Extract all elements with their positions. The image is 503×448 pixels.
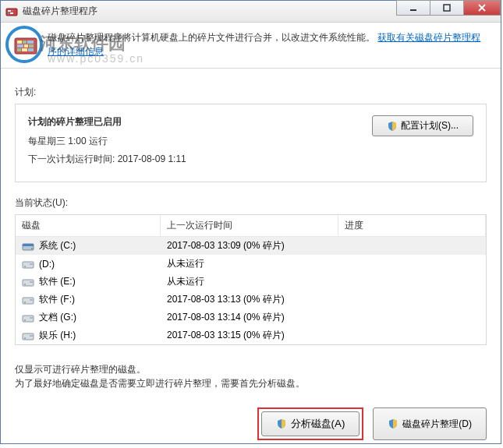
lastrun-cell: 2017-08-03 13:13 (0% 碎片) [161,293,338,306]
defrag-button-label: 磁盘碎片整理(D) [402,418,472,431]
drive-icon [22,312,34,323]
defrag-disk-button[interactable]: 磁盘碎片整理(D) [373,407,487,440]
column-disk[interactable]: 磁盘 [16,215,161,236]
schedule-enabled-text: 计划的碎片整理已启用 [28,115,186,129]
shield-icon [388,418,399,429]
svg-rect-30 [30,317,33,319]
header-text: 磁盘碎片整理程序将计算机硬盘上的碎片文件进行合并，以改进文件系统性能。 获取有关… [48,30,490,58]
disk-row[interactable]: 娱乐 (H:)2017-08-03 13:15 (0% 碎片) [16,326,486,344]
disk-row[interactable]: 文档 (G:)2017-08-03 13:14 (0% 碎片) [16,309,486,326]
column-progress[interactable]: 进度 [338,215,486,236]
drive-icon [22,330,34,341]
disk-row[interactable]: 软件 (E:)从未运行 [16,273,486,291]
configure-schedule-button[interactable]: 配置计划(S)... [372,115,473,136]
header-section: 磁盘碎片整理程序将计算机硬盘上的碎片文件进行合并，以改进文件系统性能。 获取有关… [1,23,501,69]
window-title: 磁盘碎片整理程序 [23,5,97,18]
svg-rect-13 [29,44,34,48]
svg-rect-33 [30,335,33,337]
progress-cell [338,293,486,306]
svg-rect-0 [6,9,17,16]
svg-point-31 [24,319,26,321]
svg-rect-4 [10,12,13,14]
disk-name: 软件 (F:) [39,293,75,306]
svg-rect-11 [17,44,23,48]
drive-icon [22,295,34,305]
disk-row[interactable]: 软件 (F:)2017-08-03 13:13 (0% 碎片) [16,291,486,309]
schedule-next-run: 下一次计划运行时间: 2017-08-09 1:11 [28,153,186,166]
svg-rect-14 [17,48,21,51]
lastrun-cell: 从未运行 [161,257,338,270]
header-description: 磁盘碎片整理程序将计算机硬盘上的碎片文件进行合并，以改进文件系统性能。 [48,32,375,43]
svg-rect-3 [8,12,9,14]
svg-rect-18 [23,244,34,246]
svg-rect-27 [30,299,33,301]
progress-cell [338,257,486,270]
progress-cell [338,329,486,342]
disk-cell: 软件 (F:) [16,293,161,306]
system-buttons [397,0,501,16]
lastrun-cell: 从未运行 [161,275,338,288]
drive-icon [22,241,34,252]
svg-point-22 [24,266,26,267]
minimize-button[interactable] [396,0,430,16]
disk-cell: (D:) [16,257,161,270]
svg-rect-24 [30,281,33,283]
disk-name: 娱乐 (H:) [39,329,76,342]
titlebar: 磁盘碎片整理程序 [1,1,501,23]
close-button[interactable] [463,0,501,16]
shield-icon [276,418,287,429]
lastrun-cell: 2017-08-03 13:15 (0% 碎片) [161,329,338,342]
schedule-info: 计划的碎片整理已启用 每星期三 1:00 运行 下一次计划运行时间: 2017-… [28,115,186,171]
svg-rect-6 [444,5,450,11]
svg-rect-15 [22,48,27,51]
disk-row[interactable]: 系统 (C:)2017-08-03 13:09 (0% 碎片) [16,237,486,255]
hint-line1: 仅显示可进行碎片整理的磁盘。 [15,362,487,376]
disk-name: (D:) [39,259,55,270]
schedule-box: 计划的碎片整理已启用 每星期三 1:00 运行 下一次计划运行时间: 2017-… [15,104,487,182]
config-button-label: 配置计划(S)... [401,119,459,132]
disk-cell: 文档 (G:) [16,311,161,324]
disk-rows: 系统 (C:)2017-08-03 13:09 (0% 碎片)(D:)从未运行软… [16,237,486,344]
disk-name: 软件 (E:) [39,275,76,288]
defrag-large-icon [12,30,40,58]
drive-icon [22,277,34,287]
svg-rect-9 [23,41,27,44]
disk-name: 文档 (G:) [39,311,76,324]
hint-text: 仅显示可进行碎片整理的磁盘。 为了最好地确定磁盘是否需要立即进行碎片整理，需要首… [15,362,487,390]
svg-rect-12 [24,44,28,48]
hint-line2: 为了最好地确定磁盘是否需要立即进行碎片整理，需要首先分析磁盘。 [15,376,487,390]
svg-rect-2 [12,10,13,12]
analyze-button-label: 分析磁盘(A) [291,417,345,431]
bottom-buttons: 分析磁盘(A) 磁盘碎片整理(D) [15,407,487,440]
svg-rect-5 [410,9,416,11]
svg-rect-16 [28,48,34,51]
app-window: 磁盘碎片整理程序 磁盘碎片整理程序将计算机硬盘上的碎片文件进行合并，以改进 [0,0,501,444]
disk-list: 磁盘 上一次运行时间 进度 系统 (C:)2017-08-03 13:09 (0… [15,214,487,345]
disk-row[interactable]: (D:)从未运行 [16,255,486,273]
progress-cell [338,239,486,252]
svg-point-19 [31,248,33,249]
analyze-button-highlight: 分析磁盘(A) [257,407,364,440]
svg-point-34 [24,337,26,339]
disk-name: 系统 (C:) [39,239,76,252]
lastrun-cell: 2017-08-03 13:14 (0% 碎片) [161,311,338,324]
svg-point-25 [24,284,26,285]
disk-list-header: 磁盘 上一次运行时间 进度 [16,215,486,237]
shield-icon [387,121,398,132]
drive-icon [22,259,34,270]
maximize-button[interactable] [430,0,464,16]
disk-cell: 系统 (C:) [16,239,161,252]
lastrun-cell: 2017-08-03 13:09 (0% 碎片) [161,239,338,252]
svg-rect-8 [17,41,22,44]
progress-cell [338,275,486,288]
status-label: 当前状态(U): [15,196,487,210]
svg-rect-10 [27,41,34,44]
analyze-disk-button[interactable]: 分析磁盘(A) [261,411,360,436]
svg-point-28 [24,302,26,303]
defrag-app-icon [5,5,18,18]
svg-rect-21 [30,263,33,265]
svg-rect-1 [8,10,11,12]
progress-cell [338,311,486,324]
disk-cell: 软件 (E:) [16,275,161,288]
column-lastrun[interactable]: 上一次运行时间 [161,215,338,236]
